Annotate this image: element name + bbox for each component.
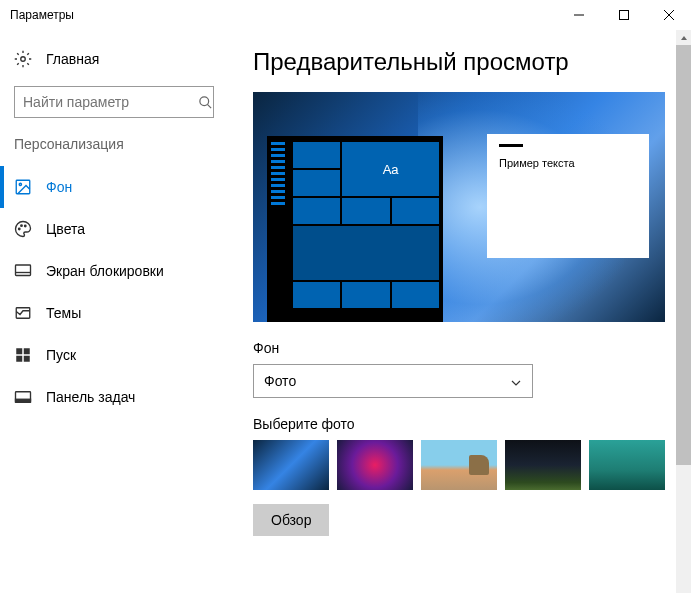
search-input[interactable] (23, 94, 198, 110)
themes-icon (14, 304, 32, 322)
background-dropdown-value: Фото (264, 373, 510, 389)
scrollbar-thumb[interactable] (676, 45, 691, 465)
sidebar-item-label: Панель задач (46, 389, 135, 405)
svg-point-5 (200, 96, 209, 105)
browse-button[interactable]: Обзор (253, 504, 329, 536)
titlebar: Параметры (0, 0, 691, 30)
svg-rect-15 (16, 348, 22, 354)
home-button[interactable]: Главная (14, 42, 225, 76)
window-title: Параметры (10, 8, 556, 22)
sidebar-item-label: Темы (46, 305, 81, 321)
preview-sample-window: Пример текста (487, 134, 649, 258)
palette-icon (14, 220, 32, 238)
close-button[interactable] (646, 0, 691, 30)
vertical-scrollbar[interactable] (676, 30, 691, 593)
svg-point-9 (19, 228, 21, 230)
window-controls (556, 0, 691, 30)
svg-rect-20 (16, 399, 31, 402)
background-label: Фон (253, 340, 679, 356)
svg-rect-12 (16, 265, 31, 276)
photo-thumb-5[interactable] (589, 440, 665, 490)
sidebar-item-themes[interactable]: Темы (0, 292, 225, 334)
choose-photo-label: Выберите фото (253, 416, 679, 432)
minimize-icon (574, 10, 584, 20)
home-label: Главная (46, 51, 99, 67)
preview-start-menu: Aa (267, 136, 443, 322)
section-title: Персонализация (14, 136, 225, 152)
svg-rect-16 (24, 348, 30, 354)
photo-thumb-4[interactable] (505, 440, 581, 490)
search-box[interactable] (14, 86, 214, 118)
content-area: Предварительный просмотр Aa Приме (225, 30, 691, 593)
chevron-down-icon (510, 375, 522, 387)
close-icon (664, 10, 674, 20)
sidebar-item-lockscreen[interactable]: Экран блокировки (0, 250, 225, 292)
svg-rect-17 (16, 356, 22, 362)
background-preview: Aa Пример текста (253, 92, 665, 322)
sidebar-item-colors[interactable]: Цвета (0, 208, 225, 250)
photo-thumb-2[interactable] (337, 440, 413, 490)
photo-thumb-3[interactable] (421, 440, 497, 490)
photo-thumb-1[interactable] (253, 440, 329, 490)
preview-tile-text: Aa (342, 142, 439, 196)
background-dropdown[interactable]: Фото (253, 364, 533, 398)
svg-point-8 (19, 183, 21, 185)
start-icon (14, 346, 32, 364)
svg-point-4 (21, 57, 26, 62)
svg-point-11 (25, 225, 27, 227)
gear-icon (14, 50, 32, 68)
photo-thumbnails (253, 440, 679, 490)
page-title: Предварительный просмотр (253, 48, 679, 76)
lockscreen-icon (14, 262, 32, 280)
scroll-up-button[interactable] (676, 30, 691, 45)
sidebar-item-background[interactable]: Фон (0, 166, 225, 208)
sidebar-item-label: Фон (46, 179, 72, 195)
preview-sample-text: Пример текста (499, 157, 637, 169)
search-icon (198, 94, 213, 110)
picture-icon (14, 178, 32, 196)
minimize-button[interactable] (556, 0, 601, 30)
taskbar-icon (14, 388, 32, 406)
sidebar-item-start[interactable]: Пуск (0, 334, 225, 376)
sidebar-item-label: Цвета (46, 221, 85, 237)
sidebar-item-label: Пуск (46, 347, 76, 363)
maximize-button[interactable] (601, 0, 646, 30)
svg-point-10 (21, 225, 23, 227)
sidebar-item-taskbar[interactable]: Панель задач (0, 376, 225, 418)
svg-rect-1 (619, 11, 628, 20)
sidebar-item-label: Экран блокировки (46, 263, 164, 279)
maximize-icon (619, 10, 629, 20)
svg-rect-18 (24, 356, 30, 362)
sidebar: Главная Персонализация Фон Цвета (0, 30, 225, 593)
svg-line-6 (207, 104, 211, 108)
